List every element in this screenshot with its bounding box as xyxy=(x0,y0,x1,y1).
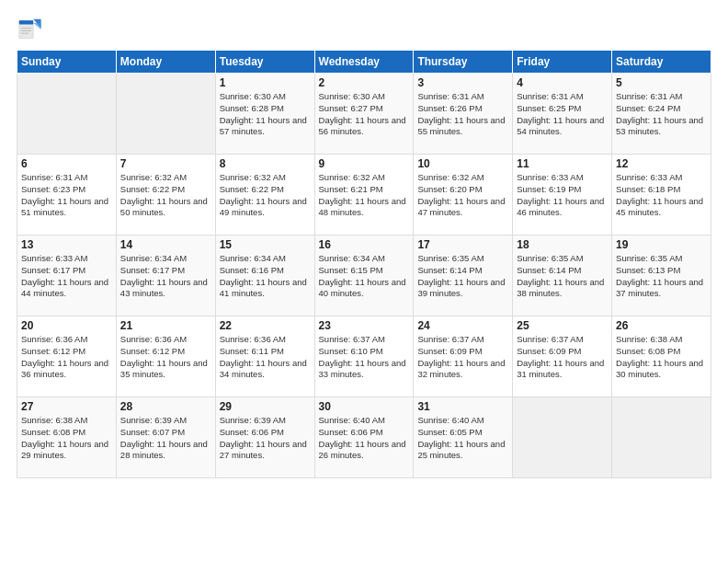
day-number: 2 xyxy=(319,76,410,89)
calendar-cell: 1Sunrise: 6:30 AMSunset: 6:28 PMDaylight… xyxy=(215,74,314,155)
day-number: 14 xyxy=(120,238,211,251)
cell-text: Sunrise: 6:34 AMSunset: 6:16 PMDaylight:… xyxy=(220,253,311,300)
calendar-cell: 25Sunrise: 6:37 AMSunset: 6:09 PMDayligh… xyxy=(513,316,612,397)
calendar-cell: 24Sunrise: 6:37 AMSunset: 6:09 PMDayligh… xyxy=(414,316,513,397)
cell-text: Sunrise: 6:39 AMSunset: 6:07 PMDaylight:… xyxy=(120,415,211,462)
weekday-header: Saturday xyxy=(612,51,711,74)
calendar-cell: 28Sunrise: 6:39 AMSunset: 6:07 PMDayligh… xyxy=(116,397,215,478)
weekday-header: Monday xyxy=(116,51,215,74)
day-number: 7 xyxy=(120,157,211,170)
calendar-cell: 6Sunrise: 6:31 AMSunset: 6:23 PMDaylight… xyxy=(17,155,117,236)
cell-text: Sunrise: 6:37 AMSunset: 6:09 PMDaylight:… xyxy=(517,334,608,381)
weekday-header: Sunday xyxy=(17,51,117,74)
calendar-table: SundayMondayTuesdayWednesdayThursdayFrid… xyxy=(17,50,711,478)
day-number: 18 xyxy=(517,238,608,251)
cell-text: Sunrise: 6:34 AMSunset: 6:17 PMDaylight:… xyxy=(120,253,211,300)
cell-text: Sunrise: 6:35 AMSunset: 6:14 PMDaylight:… xyxy=(417,253,508,300)
cell-text: Sunrise: 6:38 AMSunset: 6:08 PMDaylight:… xyxy=(616,334,707,381)
calendar-cell: 10Sunrise: 6:32 AMSunset: 6:20 PMDayligh… xyxy=(414,155,513,236)
day-number: 28 xyxy=(120,400,211,413)
cell-text: Sunrise: 6:32 AMSunset: 6:21 PMDaylight:… xyxy=(319,172,410,219)
calendar-cell: 31Sunrise: 6:40 AMSunset: 6:05 PMDayligh… xyxy=(414,397,513,478)
calendar-week-row: 1Sunrise: 6:30 AMSunset: 6:28 PMDaylight… xyxy=(17,74,711,155)
cell-text: Sunrise: 6:34 AMSunset: 6:15 PMDaylight:… xyxy=(319,253,410,300)
calendar-cell: 3Sunrise: 6:31 AMSunset: 6:26 PMDaylight… xyxy=(414,74,513,155)
calendar-cell: 27Sunrise: 6:38 AMSunset: 6:08 PMDayligh… xyxy=(17,397,117,478)
calendar-cell: 12Sunrise: 6:33 AMSunset: 6:18 PMDayligh… xyxy=(612,155,711,236)
calendar-cell: 4Sunrise: 6:31 AMSunset: 6:25 PMDaylight… xyxy=(513,74,612,155)
calendar-cell: 29Sunrise: 6:39 AMSunset: 6:06 PMDayligh… xyxy=(215,397,314,478)
day-number: 26 xyxy=(616,319,707,332)
calendar-cell: 14Sunrise: 6:34 AMSunset: 6:17 PMDayligh… xyxy=(116,236,215,316)
logo xyxy=(17,17,46,42)
day-number: 15 xyxy=(220,238,311,251)
calendar-cell xyxy=(513,397,612,478)
day-number: 16 xyxy=(319,238,410,251)
day-number: 5 xyxy=(616,76,707,89)
cell-text: Sunrise: 6:37 AMSunset: 6:10 PMDaylight:… xyxy=(319,334,410,381)
calendar-week-row: 20Sunrise: 6:36 AMSunset: 6:12 PMDayligh… xyxy=(17,316,711,397)
calendar-cell: 30Sunrise: 6:40 AMSunset: 6:06 PMDayligh… xyxy=(314,397,414,478)
day-number: 27 xyxy=(21,400,112,413)
day-number: 1 xyxy=(220,76,311,89)
cell-text: Sunrise: 6:30 AMSunset: 6:28 PMDaylight:… xyxy=(220,91,311,138)
cell-text: Sunrise: 6:40 AMSunset: 6:06 PMDaylight:… xyxy=(319,415,410,462)
cell-text: Sunrise: 6:33 AMSunset: 6:19 PMDaylight:… xyxy=(517,172,608,219)
day-number: 10 xyxy=(417,157,508,170)
cell-text: Sunrise: 6:32 AMSunset: 6:22 PMDaylight:… xyxy=(120,172,211,219)
calendar-cell: 19Sunrise: 6:35 AMSunset: 6:13 PMDayligh… xyxy=(612,236,711,316)
day-number: 17 xyxy=(417,238,508,251)
calendar-cell: 26Sunrise: 6:38 AMSunset: 6:08 PMDayligh… xyxy=(612,316,711,397)
day-number: 24 xyxy=(417,319,508,332)
calendar-week-row: 6Sunrise: 6:31 AMSunset: 6:23 PMDaylight… xyxy=(17,155,711,236)
calendar-cell: 16Sunrise: 6:34 AMSunset: 6:15 PMDayligh… xyxy=(314,236,414,316)
cell-text: Sunrise: 6:36 AMSunset: 6:12 PMDaylight:… xyxy=(120,334,211,381)
day-number: 9 xyxy=(319,157,410,170)
day-number: 6 xyxy=(21,157,112,170)
calendar-cell: 17Sunrise: 6:35 AMSunset: 6:14 PMDayligh… xyxy=(414,236,513,316)
cell-text: Sunrise: 6:40 AMSunset: 6:05 PMDaylight:… xyxy=(417,415,508,462)
calendar-cell: 11Sunrise: 6:33 AMSunset: 6:19 PMDayligh… xyxy=(513,155,612,236)
day-number: 30 xyxy=(319,400,410,413)
cell-text: Sunrise: 6:36 AMSunset: 6:12 PMDaylight:… xyxy=(21,334,112,381)
day-number: 20 xyxy=(21,319,112,332)
calendar-week-row: 27Sunrise: 6:38 AMSunset: 6:08 PMDayligh… xyxy=(17,397,711,478)
calendar-cell: 7Sunrise: 6:32 AMSunset: 6:22 PMDaylight… xyxy=(116,155,215,236)
header xyxy=(17,17,711,42)
cell-text: Sunrise: 6:36 AMSunset: 6:11 PMDaylight:… xyxy=(220,334,311,381)
calendar-cell: 13Sunrise: 6:33 AMSunset: 6:17 PMDayligh… xyxy=(17,236,117,316)
weekday-header: Friday xyxy=(513,51,612,74)
calendar-cell: 18Sunrise: 6:35 AMSunset: 6:14 PMDayligh… xyxy=(513,236,612,316)
cell-text: Sunrise: 6:37 AMSunset: 6:09 PMDaylight:… xyxy=(417,334,508,381)
day-number: 25 xyxy=(517,319,608,332)
cell-text: Sunrise: 6:31 AMSunset: 6:26 PMDaylight:… xyxy=(417,91,508,138)
cell-text: Sunrise: 6:31 AMSunset: 6:25 PMDaylight:… xyxy=(517,91,608,138)
calendar-cell xyxy=(17,74,117,155)
calendar-cell xyxy=(612,397,711,478)
cell-text: Sunrise: 6:30 AMSunset: 6:27 PMDaylight:… xyxy=(319,91,410,138)
cell-text: Sunrise: 6:39 AMSunset: 6:06 PMDaylight:… xyxy=(220,415,311,462)
day-number: 31 xyxy=(417,400,508,413)
day-number: 21 xyxy=(120,319,211,332)
calendar-cell: 2Sunrise: 6:30 AMSunset: 6:27 PMDaylight… xyxy=(314,74,414,155)
cell-text: Sunrise: 6:31 AMSunset: 6:23 PMDaylight:… xyxy=(21,172,112,219)
calendar-cell xyxy=(116,74,215,155)
page: SundayMondayTuesdayWednesdayThursdayFrid… xyxy=(0,0,728,563)
weekday-header: Wednesday xyxy=(314,51,414,74)
calendar-cell: 15Sunrise: 6:34 AMSunset: 6:16 PMDayligh… xyxy=(215,236,314,316)
day-number: 19 xyxy=(616,238,707,251)
svg-marker-6 xyxy=(33,23,40,29)
weekday-header: Thursday xyxy=(414,51,513,74)
weekday-header: Tuesday xyxy=(215,51,314,74)
day-number: 3 xyxy=(417,76,508,89)
calendar-week-row: 13Sunrise: 6:33 AMSunset: 6:17 PMDayligh… xyxy=(17,236,711,316)
cell-text: Sunrise: 6:33 AMSunset: 6:18 PMDaylight:… xyxy=(616,172,707,219)
cell-text: Sunrise: 6:38 AMSunset: 6:08 PMDaylight:… xyxy=(21,415,112,462)
calendar-cell: 23Sunrise: 6:37 AMSunset: 6:10 PMDayligh… xyxy=(314,316,414,397)
calendar-cell: 8Sunrise: 6:32 AMSunset: 6:22 PMDaylight… xyxy=(215,155,314,236)
day-number: 13 xyxy=(21,238,112,251)
day-number: 11 xyxy=(517,157,608,170)
calendar-cell: 22Sunrise: 6:36 AMSunset: 6:11 PMDayligh… xyxy=(215,316,314,397)
cell-text: Sunrise: 6:31 AMSunset: 6:24 PMDaylight:… xyxy=(616,91,707,138)
day-number: 22 xyxy=(220,319,311,332)
